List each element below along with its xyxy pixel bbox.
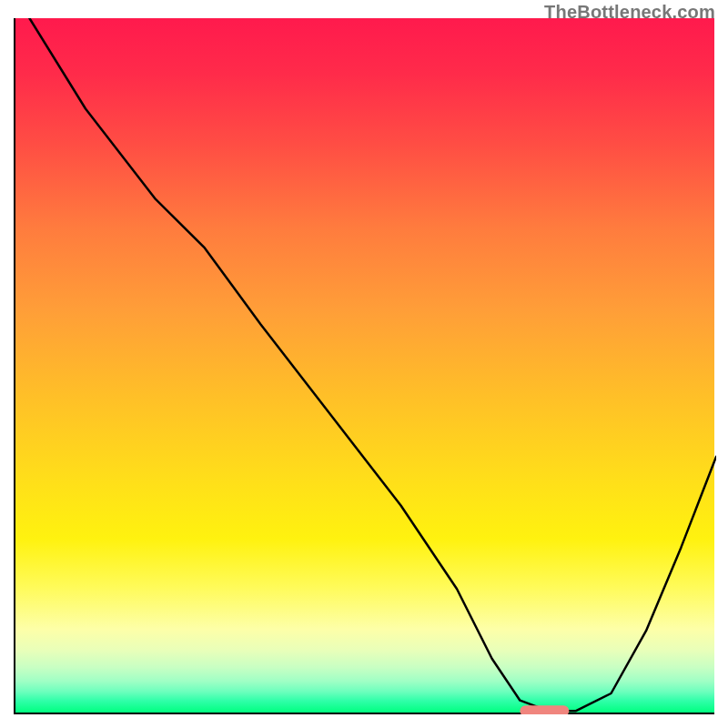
chart-plot-area xyxy=(14,18,714,714)
bottleneck-gradient-background xyxy=(15,18,714,713)
